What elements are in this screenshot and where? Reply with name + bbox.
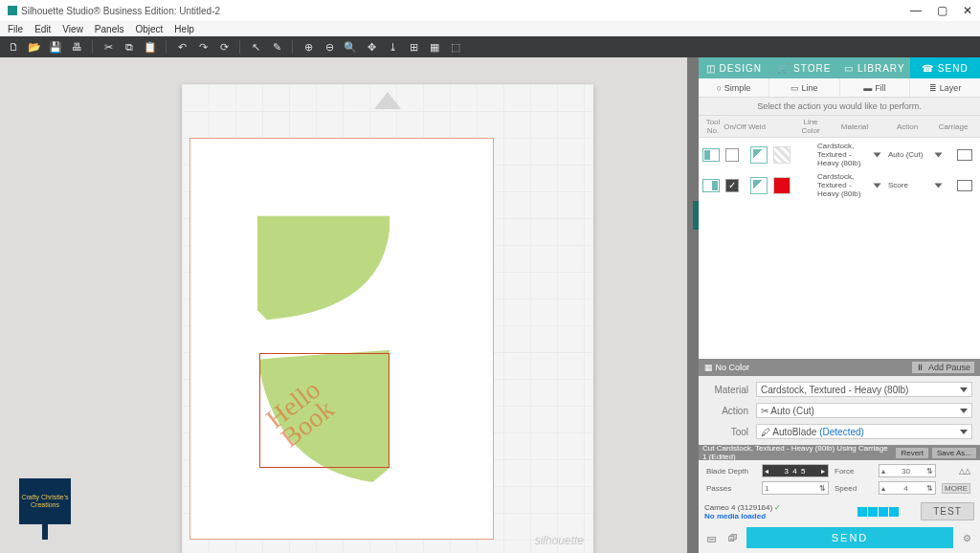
dropdown-icon[interactable] [874, 152, 881, 157]
dropdown-icon[interactable] [935, 152, 943, 157]
settings-gear-icon[interactable]: ⚙ [959, 530, 974, 545]
undo-icon[interactable]: ↶ [174, 39, 189, 55]
menu-help[interactable]: Help [174, 24, 194, 34]
passes-input[interactable]: 1⇅ [762, 481, 829, 495]
onoff-checkbox[interactable]: ✓ [725, 179, 739, 192]
new-file-icon[interactable]: 🗋 [6, 39, 21, 55]
grid-icon[interactable]: ▦ [427, 39, 442, 55]
weld-icon[interactable] [750, 146, 768, 164]
titlebar: Silhouette Studio® Business Edition: Unt… [0, 0, 980, 21]
panel-divider[interactable] [687, 57, 699, 553]
menu-edit[interactable]: Edit [34, 24, 51, 34]
open-icon[interactable]: 📂 [27, 39, 42, 55]
action-text: Auto (Cut) [888, 150, 934, 159]
refresh-icon[interactable]: ⟳ [216, 39, 232, 55]
subtab-line[interactable]: ▭ Line [769, 78, 840, 97]
print-icon[interactable]: 🖶 [69, 39, 84, 55]
column-headers: Tool No.On/OffWeldLine ColorMaterialActi… [699, 116, 980, 138]
maximize-button[interactable]: ▢ [937, 4, 947, 17]
action-text: Score [888, 181, 934, 189]
position-arrows[interactable] [858, 507, 915, 517]
media-status: No media loaded [704, 512, 852, 520]
dropdown-icon[interactable] [874, 183, 881, 188]
speed-input[interactable]: ▴4⇅ [879, 481, 936, 495]
design-page: Hello Book [189, 138, 494, 540]
revert-button[interactable]: Revert [896, 448, 928, 458]
device-name: Cameo 4 (3129164) ✓ [704, 503, 852, 512]
saveas-button[interactable]: Save As... [932, 448, 976, 458]
layer-row-2[interactable]: ✓ Cardstock, Textured - Heavy (80lb) Sco… [702, 172, 976, 195]
queue-icon[interactable]: 🗊 [725, 530, 741, 545]
menu-view[interactable]: View [62, 24, 83, 34]
redo-icon[interactable]: ↷ [195, 39, 211, 55]
onoff-checkbox[interactable] [725, 148, 739, 162]
tab-store[interactable]: 🛒 STORE [769, 57, 840, 78]
subtab-fill[interactable]: ▬ Fill [840, 78, 911, 97]
tab-design[interactable]: ◫ DESIGN [699, 57, 769, 78]
add-pause-button[interactable]: ⏸ Add Pause [912, 362, 974, 373]
nocolor-label: No Color [716, 363, 750, 372]
weld-icon[interactable] [750, 177, 768, 194]
cutting-mat: Hello Book silhouette [182, 84, 593, 553]
window-title: Silhouette Studio® Business Edition: Unt… [21, 6, 220, 16]
menu-object[interactable]: Object [135, 24, 163, 34]
material-text: Cardstock, Textured - Heavy (80lb) [817, 142, 873, 167]
instruction-text: Select the action you would like to perf… [699, 98, 980, 116]
carriage-icon[interactable] [957, 180, 972, 191]
zoom-select-icon[interactable]: 🔍 [343, 39, 358, 55]
cut-info-text: Cut Cardstock, Textured - Heavy (80lb) U… [702, 444, 892, 461]
test-button[interactable]: TEST [921, 502, 974, 520]
dropdown-icon[interactable] [935, 183, 943, 188]
fit-width-icon[interactable]: ⊞ [406, 39, 421, 55]
zoom-out-icon[interactable]: ⊖ [322, 39, 337, 55]
menu-file[interactable]: File [8, 24, 23, 34]
tab-send[interactable]: ☎ SEND [910, 57, 981, 78]
canvas[interactable]: Hello Book silhouette Crafty Christie's … [0, 57, 687, 553]
feed-arrow-icon [374, 92, 401, 109]
save-icon[interactable]: 💾 [48, 39, 63, 55]
linecolor-swatch[interactable] [773, 177, 791, 194]
tool-number-toggle[interactable] [702, 179, 720, 192]
edit-points-icon[interactable]: ✎ [269, 39, 284, 55]
send-button[interactable]: SEND [746, 527, 953, 548]
linecolor-swatch[interactable] [773, 146, 791, 164]
material-text: Cardstock, Textured - Heavy (80lb) [817, 172, 873, 198]
material-dropdown[interactable]: Cardstock, Textured - Heavy (80lb) [756, 382, 972, 397]
tool-dropdown[interactable]: 🖊 AutoBlade (Detected) [756, 424, 972, 439]
device-icon[interactable]: 🖴 [704, 530, 720, 545]
select-icon[interactable]: ↖ [248, 39, 263, 55]
subtab-simple[interactable]: ○ Simple [699, 78, 769, 97]
copy-icon[interactable]: ⧉ [122, 39, 137, 55]
watermark: silhouette [535, 534, 584, 547]
zoom-in-icon[interactable]: ⊕ [301, 39, 316, 55]
cut-icon[interactable]: ✂ [100, 39, 116, 55]
force-input[interactable]: ▴30⇅ [879, 464, 936, 477]
subtab-layer[interactable]: ≣ Layer [910, 78, 980, 97]
tool-number-toggle[interactable] [702, 148, 720, 162]
app-icon [8, 6, 17, 15]
zoom-drag-icon[interactable]: ✥ [364, 39, 379, 55]
carriage-icon[interactable] [957, 149, 972, 161]
send-panel: ◫ DESIGN 🛒 STORE ▭ LIBRARY ☎ SEND ○ Simp… [699, 57, 980, 553]
layer-row-1[interactable]: Cardstock, Textured - Heavy (80lb) Auto … [702, 142, 976, 165]
blade-depth-input[interactable]: ◂ 3 4 5 ▸ [762, 464, 829, 477]
toolbar: 🗋 📂 💾 🖶 ✂ ⧉ 📋 ↶ ↷ ⟳ ↖ ✎ ⊕ ⊖ 🔍 ✥ ⤓ ⊞ ▦ ⬚ [0, 36, 980, 57]
more-button[interactable]: MORE [942, 483, 970, 494]
tab-library[interactable]: ▭ LIBRARY [839, 57, 910, 78]
cut-outline [259, 353, 390, 468]
paste-icon[interactable]: 📋 [143, 39, 158, 55]
creator-logo: Crafty Christie's Creations [19, 478, 71, 540]
menu-panels[interactable]: Panels [95, 24, 124, 34]
shape-quarter-top[interactable] [257, 215, 390, 321]
action-dropdown[interactable]: ✂ Auto (Cut) [756, 403, 972, 418]
close-button[interactable]: ✕ [963, 4, 972, 17]
fit-page-icon[interactable]: ⤓ [385, 39, 400, 55]
registration-icon[interactable]: ⬚ [448, 39, 463, 55]
menubar: File Edit View Panels Object Help [0, 21, 980, 36]
minimize-button[interactable]: — [910, 4, 922, 17]
